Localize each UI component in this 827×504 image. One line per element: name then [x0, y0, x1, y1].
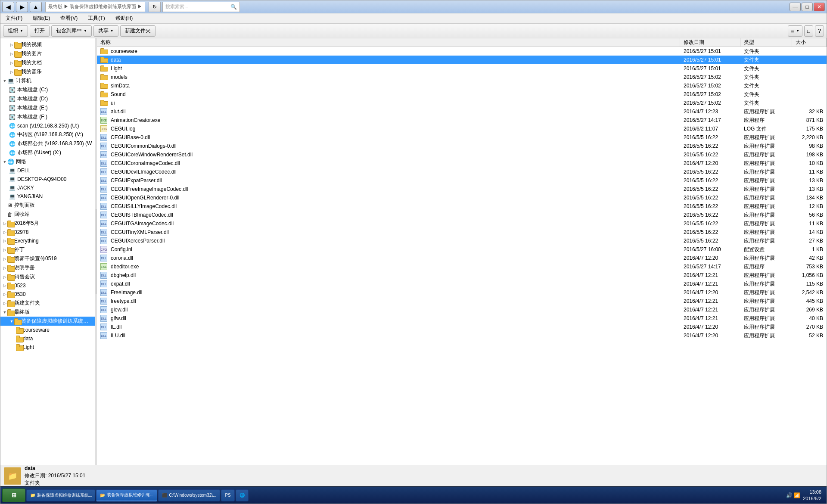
table-row[interactable]: DLLFreeImage.dll2016/4/7 12:20应用程序扩展2,54… [97, 288, 827, 297]
menu-help[interactable]: 帮助(H) [112, 14, 137, 23]
sidebar-item-disk-e[interactable]: 💽 本地磁盘 (E:) [0, 103, 95, 112]
table-row[interactable]: DLLIL.dll2016/4/7 12:20应用程序扩展270 KB [97, 323, 827, 331]
help-icon-button[interactable]: ? [815, 25, 824, 37]
sidebar-item-0523[interactable]: ▷ 0523 [0, 281, 95, 290]
table-row[interactable]: Light2016/5/27 15:01文件夹 [97, 64, 827, 73]
sidebar-item-disk-f[interactable]: 💽 本地磁盘 (F:) [0, 112, 95, 121]
table-row[interactable]: simData2016/5/27 15:02文件夹 [97, 81, 827, 90]
share-button[interactable]: 共享 ▼ [93, 25, 118, 37]
minimize-button[interactable]: — [790, 3, 801, 11]
table-row[interactable]: DLLdbghelp.dll2016/4/7 12:21应用程序扩展1,056 … [97, 271, 827, 280]
sidebar-item-2016-5[interactable]: ▷ 2016年5月 [0, 219, 95, 228]
sidebar-item-manual[interactable]: ▷ 说明手册 [0, 263, 95, 272]
view-button[interactable]: ≡ ▼ [788, 25, 802, 37]
forward-button[interactable]: ▶ [16, 2, 28, 12]
col-header-size[interactable]: 大小 [792, 38, 827, 47]
open-button[interactable]: 打开 [30, 25, 50, 37]
refresh-button[interactable]: ↻ [149, 2, 161, 12]
table-row[interactable]: LOGCEGUI.log2016/6/2 11:07LOG 文件175 KB [97, 124, 827, 133]
table-row[interactable]: DLLCEGUICoreWindowRendererSet.dll2016/5/… [97, 150, 827, 159]
taskbar-btn-ps[interactable]: PS [221, 489, 234, 501]
table-row[interactable]: DLLCEGUITinyXMLParser.dll2016/5/5 16:22应… [97, 228, 827, 236]
sidebar-item-network[interactable]: ▼ 🌐 网络 [0, 157, 95, 166]
table-row[interactable]: DLLfreetype.dll2016/4/7 12:21应用程序扩展445 K… [97, 297, 827, 305]
table-row[interactable]: DLLILU.dll2016/4/7 12:20应用程序扩展52 KB [97, 331, 827, 340]
taskbar-btn-folder[interactable]: 📁 装备保障虚拟维修训练系统... [26, 489, 95, 501]
search-bar[interactable]: 搜索索索... 🔍 [162, 2, 240, 12]
table-row[interactable]: DLLCEGUISTBImageCodec.dll2016/5/5 16:22应… [97, 211, 827, 219]
sidebar-item-my-music[interactable]: ▷ 我的音乐 [0, 67, 95, 76]
sidebar-item-spray[interactable]: ▷ 喷雾干燥宣传0519 [0, 254, 95, 263]
sidebar-item-my-docs[interactable]: ▷ 我的文档 [0, 58, 95, 67]
taskbar-btn-ie[interactable]: 🌐 [236, 489, 249, 501]
table-row[interactable]: DLLCEGUITGAImageCodec.dll2016/5/5 16:22应… [97, 219, 827, 228]
table-row[interactable]: CFGConfig.ini2016/5/27 16:00配置设置1 KB [97, 245, 827, 254]
menu-file[interactable]: 文件(F) [2, 14, 26, 23]
sidebar-item-disk-u[interactable]: 🌐 scan (\\192.168.8.250) (U:) [0, 121, 95, 130]
col-header-type[interactable]: 类型 [740, 38, 792, 47]
table-row[interactable]: DLLglew.dll2016/4/7 12:21应用程序扩展269 KB [97, 305, 827, 314]
sidebar-item-my-pictures[interactable]: ▷ 我的图片 [0, 49, 95, 58]
include-library-button[interactable]: 包含到库中 ▼ [51, 25, 92, 37]
sidebar-item-02978[interactable]: ▷ 02978 [0, 228, 95, 236]
sidebar-item-computer[interactable]: ▼ 💻 计算机 [0, 76, 95, 85]
sidebar-item-courseware[interactable]: courseware [0, 326, 95, 334]
sidebar-item-disk-w[interactable]: 🌐 市场部公共 (\\192.168.8.250) (W [0, 139, 95, 148]
table-row[interactable]: DLLCEGUIDevILImageCodec.dll2016/5/5 16:2… [97, 168, 827, 176]
col-header-name[interactable]: 名称 [97, 38, 680, 47]
sidebar-item-light[interactable]: Light [0, 343, 95, 352]
table-row[interactable]: DLLCEGUIFreeImageImageCodec.dll2016/5/5 … [97, 185, 827, 193]
sidebar-item-sales[interactable]: ▷ 销售会议 [0, 272, 95, 281]
table-row[interactable]: DLLCEGUIOpenGLRenderer-0.dll2016/5/5 16:… [97, 193, 827, 202]
preview-button[interactable]: □ [804, 25, 813, 37]
table-row[interactable]: ui2016/5/27 15:02文件夹 [97, 99, 827, 107]
sidebar-item-everything[interactable]: ▷ Everything [0, 236, 95, 245]
sidebar-item-yangjian[interactable]: 💻 YANGJIAN [0, 192, 95, 201]
new-folder-button[interactable]: 新建文件夹 [120, 25, 155, 37]
sidebar-item-control-panel[interactable]: 🖥 控制面板 [0, 201, 95, 210]
start-button[interactable]: ⊞ [2, 488, 25, 502]
maximize-button[interactable]: □ [802, 3, 813, 11]
table-row[interactable]: courseware2016/5/27 15:01文件夹 [97, 47, 827, 56]
table-row[interactable]: Sound2016/5/27 15:02文件夹 [97, 90, 827, 99]
table-row[interactable]: DLLglfw.dll2016/4/7 12:21应用程序扩展40 KB [97, 314, 827, 323]
up-button[interactable]: ▲ [30, 2, 42, 12]
menu-view[interactable]: 查看(V) [57, 14, 81, 23]
sidebar-item-new-folder[interactable]: ▷ 新建文件夹 [0, 299, 95, 308]
sidebar-item-disk-c[interactable]: 💽 本地磁盘 (C:) [0, 85, 95, 94]
menu-edit[interactable]: 编辑(E) [29, 14, 53, 23]
sidebar-item-jacky[interactable]: 💻 JACKY [0, 184, 95, 192]
table-row[interactable]: DLLcorona.dll2016/4/7 12:20应用程序扩展42 KB [97, 254, 827, 262]
table-row[interactable]: DLLCEGUISILLYImageCodec.dll2016/5/5 16:2… [97, 202, 827, 211]
sidebar-item-system-ui[interactable]: ▼ 装备保障虚拟维修训练系统界面 [0, 317, 95, 326]
sidebar-item-0530[interactable]: ▷ 0530 [0, 290, 95, 299]
table-row[interactable]: DLLCEGUICoronaImageCodec.dll2016/4/7 12:… [97, 159, 827, 168]
sidebar-item-desktop[interactable]: 💻 DESKTOP-AQ94O00 [0, 175, 95, 184]
table-row[interactable]: EXEAnimationCreator.exe2016/5/27 14:17应用… [97, 116, 827, 124]
table-row[interactable]: DLLCEGUIBase-0.dll2016/5/5 16:22应用程序扩展2,… [97, 133, 827, 142]
sidebar-item-final[interactable]: ▼ 最终版 [0, 308, 95, 317]
table-row[interactable]: models2016/5/27 15:02文件夹 [97, 73, 827, 81]
sidebar-item-disk-x[interactable]: 🌐 市场部 (\\User) (X:) [0, 148, 95, 157]
organize-button[interactable]: 组织 ▼ [3, 25, 28, 37]
col-header-date[interactable]: 修改日期 [680, 38, 740, 47]
menu-tools[interactable]: 工具(T) [84, 14, 108, 23]
sidebar-item-dell[interactable]: 💻 DELL [0, 166, 95, 175]
table-row[interactable]: DLLexpat.dll2016/4/7 12:21应用程序扩展115 KB [97, 280, 827, 288]
address-bar[interactable]: 最终版 ▶ 装备保障虚拟维修训练系统界面 ▶ [45, 2, 145, 12]
table-row[interactable]: EXEdbeditor.exe2016/5/27 14:17应用程序753 KB [97, 262, 827, 271]
table-row[interactable]: DLLCEGUIExpatParser.dll2016/5/5 16:22应用程… [97, 176, 827, 185]
close-button[interactable]: ✕ [814, 3, 825, 11]
taskbar-btn-explorer[interactable]: 📂 装备保障虚拟维修训练... [96, 489, 157, 501]
sidebar-item-data[interactable]: data [0, 334, 95, 343]
table-row[interactable]: DLLCEGUICommonDialogs-0.dll2016/5/5 16:2… [97, 142, 827, 150]
table-row[interactable]: data2016/5/27 15:01文件夹 [97, 56, 827, 64]
sidebar-item-patch[interactable]: ▷ 补丁 [0, 245, 95, 254]
table-row[interactable]: DLLalut.dll2016/4/7 12:23应用程序扩展32 KB [97, 107, 827, 116]
taskbar-btn-cmd[interactable]: ⬛ C:\Windows\system32\... [158, 489, 220, 501]
sidebar-item-disk-d[interactable]: 💽 本地磁盘 (D:) [0, 94, 95, 103]
sidebar-splitter[interactable] [95, 38, 97, 465]
table-row[interactable]: DLLCEGUIXercesParser.dll2016/5/5 16:22应用… [97, 236, 827, 245]
sidebar-item-my-videos[interactable]: ▷ 我的视频 [0, 40, 95, 49]
sidebar-item-disk-v[interactable]: 🌐 中转区 (\\192.168.8.250) (V:) [0, 130, 95, 139]
